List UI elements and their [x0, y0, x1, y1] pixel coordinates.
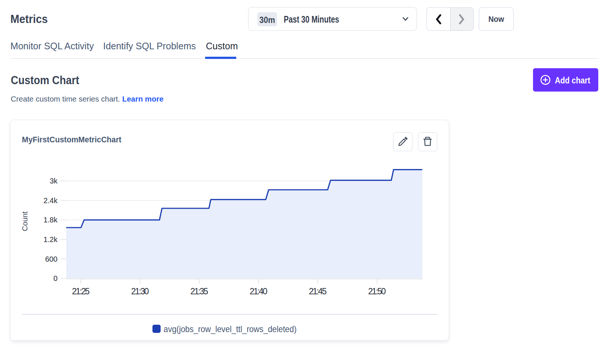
svg-text:Count: Count: [21, 211, 29, 231]
svg-text:600: 600: [45, 255, 57, 263]
svg-text:21:45: 21:45: [309, 287, 327, 296]
svg-text:3k: 3k: [50, 177, 58, 185]
svg-text:2.4k: 2.4k: [43, 196, 58, 205]
svg-text:21:25: 21:25: [72, 287, 90, 296]
svg-text:21:40: 21:40: [250, 287, 267, 296]
svg-text:21:50: 21:50: [368, 287, 386, 296]
svg-text:21:30: 21:30: [131, 287, 149, 296]
svg-text:0: 0: [53, 274, 57, 282]
svg-text:1.8k: 1.8k: [43, 216, 58, 224]
svg-text:21:35: 21:35: [190, 287, 208, 296]
svg-text:1.2k: 1.2k: [43, 235, 58, 244]
